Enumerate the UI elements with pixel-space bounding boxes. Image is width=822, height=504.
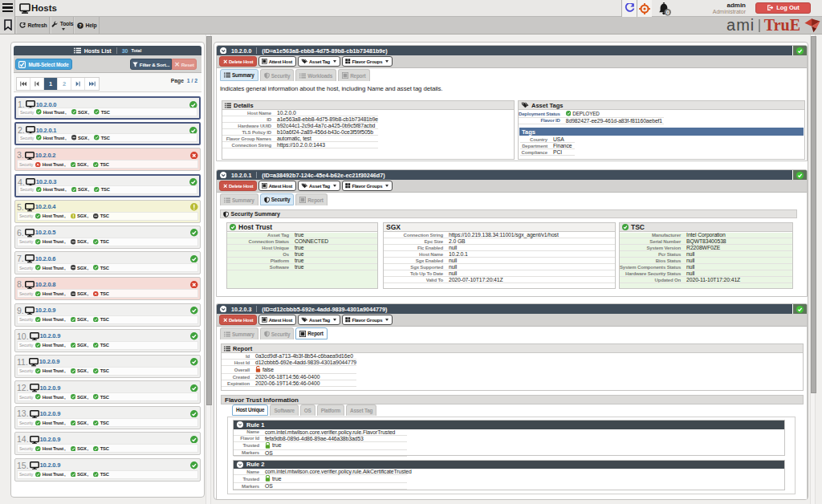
svg-text:0: 0 <box>666 9 669 16</box>
